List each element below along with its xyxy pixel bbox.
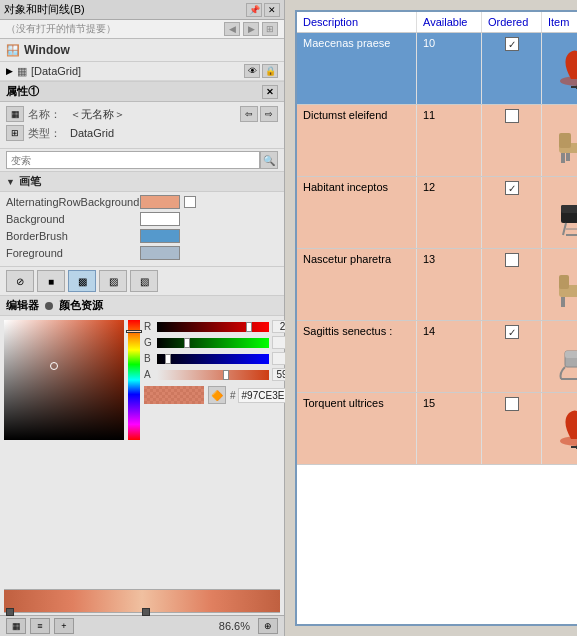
no-brush-tool[interactable]: ⊘ [6,270,34,292]
g-slider-row: G 62 [144,336,300,349]
color-picker-area[interactable] [4,320,124,440]
a-slider[interactable] [157,370,269,380]
ordered-checkbox[interactable] [505,181,519,195]
table-row[interactable]: Nascetur pharetra13 [297,249,577,321]
window-section: 🪟 Window [0,39,284,62]
bottom-toolbar: ▦ ≡ + 86.6% ⊕ [0,615,284,636]
cell-ordered[interactable] [482,105,542,176]
background-swatch[interactable] [140,212,180,226]
border-brush-label: BorderBrush [6,230,136,242]
datagrid-header: Description Available Ordered Item [297,12,577,33]
properties-section: ▦ 名称： ＜无名称＞ ⇦ ⇨ ⊞ 类型： DataGrid [0,102,284,149]
foreground-swatch[interactable] [140,246,180,260]
window-label: Window [24,43,70,57]
table-row[interactable]: Maecenas praese10 [297,33,577,105]
color-preview-swatch [144,386,204,404]
pin-button[interactable]: 📌 [246,3,262,17]
ordered-checkbox[interactable] [505,253,519,267]
header-ordered: Ordered [482,12,542,32]
prop-button-2[interactable]: ⇨ [260,106,278,122]
list-btn[interactable]: ≡ [30,618,50,634]
svg-rect-5 [566,153,570,161]
table-row[interactable]: Sagittis senectus :14 [297,321,577,393]
table-row[interactable]: Dictumst eleifend11 [297,105,577,177]
a-thumb [223,370,229,380]
hue-cursor [126,330,142,333]
subtitle-bar: （没有打开的情节提要） ◀ ▶ ⊞ [0,20,284,39]
name-label: 名称： [28,107,66,122]
prop-button-1[interactable]: ⇦ [240,106,258,122]
add-btn[interactable]: + [54,618,74,634]
grid-icon-btn[interactable]: ▦ [6,618,26,634]
gradient-handle-left[interactable] [6,608,14,616]
eye-button[interactable]: 👁 [244,64,260,78]
svg-rect-8 [561,205,578,213]
color-overlay [144,386,204,404]
alternating-checkbox[interactable] [184,196,196,208]
lock-button[interactable]: 🔒 [262,64,278,78]
tree-row[interactable]: ▶ ▦ [DataGrid] 👁 🔒 [0,62,284,81]
title-bar-icons: 📌 ✕ [246,3,280,17]
datagrid: Description Available Ordered Item Maece… [295,10,577,626]
ordered-checkbox[interactable] [505,37,519,51]
search-input[interactable] [6,151,260,169]
foreground-row: Foreground [6,246,278,260]
ordered-checkbox[interactable] [505,109,519,123]
header-available: Available [417,12,482,32]
ordered-checkbox[interactable] [505,325,519,339]
tree-row-icons: 👁 🔒 [244,64,278,78]
cell-ordered[interactable] [482,321,542,392]
table-row[interactable]: Torquent ultrices15 [297,393,577,465]
tree-item-label: [DataGrid] [31,65,81,77]
editor-mode-dot [45,302,53,310]
solid-brush-tool[interactable]: ■ [37,270,65,292]
background-label: Background [6,213,136,225]
chair-image [548,39,577,99]
g-slider[interactable] [157,338,269,348]
cell-ordered[interactable] [482,177,542,248]
cell-description: Sagittis senectus : [297,321,417,392]
gradient-handle-mid[interactable] [142,608,150,616]
brush-rows: AlternatingRowBackground Background Bord… [0,192,284,266]
cell-item [542,177,577,248]
name-icon: ▦ [6,106,24,122]
alternating-swatch[interactable] [140,195,180,209]
nav-back-button[interactable]: ◀ [224,22,240,36]
brush-expand-icon: ▼ [6,177,15,187]
cell-description: Maecenas praese [297,33,417,104]
b-slider[interactable] [157,354,269,364]
cell-description: Nascetur pharetra [297,249,417,320]
image-brush-tool[interactable]: ▨ [99,270,127,292]
b-thumb [165,354,171,364]
cell-item [542,321,577,392]
chair-image [548,111,577,171]
a-slider-row: A 59% [144,368,300,381]
ordered-checkbox[interactable] [505,397,519,411]
subtitle-icons: ◀ ▶ ⊞ [224,22,278,36]
cell-description: Habitant inceptos [297,177,417,248]
pattern-brush-tool[interactable]: ▧ [130,270,158,292]
gradient-tool[interactable]: ▩ [68,270,96,292]
properties-options-button[interactable]: ✕ [262,85,278,99]
cell-ordered[interactable] [482,33,542,104]
nav-forward-button[interactable]: ▶ [243,22,259,36]
search-button[interactable]: 🔍 [260,151,278,169]
r-slider[interactable] [157,322,269,332]
table-row[interactable]: Habitant inceptos12 [297,177,577,249]
cell-ordered[interactable] [482,249,542,320]
border-brush-swatch[interactable] [140,229,180,243]
editor-section: 编辑器 颜色资源 R 206 [0,296,284,615]
hue-bar[interactable] [128,320,140,440]
gradient-bar[interactable] [4,589,280,613]
window-icon: 🪟 [6,44,20,57]
chair-image [548,183,577,243]
zoom-btn[interactable]: ⊕ [258,618,278,634]
cell-ordered[interactable] [482,393,542,464]
color-preview-row: 🔶 # #97CE3E14 [144,386,300,404]
expand-button[interactable]: ⊞ [262,22,278,36]
close-button[interactable]: ✕ [264,3,280,17]
background-row: Background [6,212,278,226]
eyedropper-button[interactable]: 🔶 [208,386,226,404]
chair-image [548,255,577,315]
cell-item [542,33,577,104]
